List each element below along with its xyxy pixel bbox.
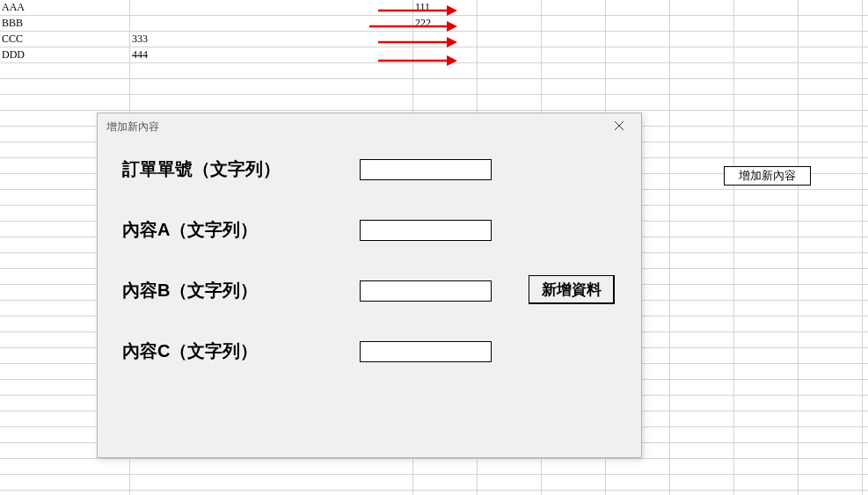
cell[interactable] [799, 127, 863, 142]
cell[interactable] [799, 411, 863, 426]
cell[interactable] [670, 396, 734, 411]
cell-c4[interactable] [413, 47, 478, 62]
cell[interactable] [606, 475, 670, 490]
cell[interactable] [734, 269, 799, 284]
cell[interactable] [734, 332, 799, 347]
cell[interactable] [799, 364, 863, 379]
cell-c1[interactable]: 111 [413, 0, 478, 15]
cell-b3[interactable]: 333 [130, 32, 413, 47]
cell[interactable] [606, 95, 670, 110]
cell[interactable] [799, 475, 863, 490]
cell[interactable] [734, 348, 799, 363]
cell[interactable] [799, 380, 863, 395]
cell[interactable] [670, 475, 734, 490]
cell[interactable] [734, 491, 799, 495]
cell[interactable] [799, 285, 863, 300]
cell[interactable] [799, 348, 863, 363]
cell[interactable] [0, 475, 130, 490]
cell[interactable] [542, 0, 606, 15]
cell[interactable] [734, 253, 799, 268]
cell[interactable] [799, 79, 863, 94]
cell[interactable] [670, 16, 734, 31]
cell[interactable] [0, 459, 130, 474]
cell[interactable] [670, 79, 734, 94]
cell[interactable] [542, 32, 606, 47]
cell[interactable] [799, 142, 863, 157]
cell[interactable] [542, 47, 606, 62]
cell[interactable] [799, 206, 863, 221]
cell[interactable] [670, 253, 734, 268]
cell[interactable] [799, 269, 863, 284]
cell[interactable] [670, 427, 734, 442]
cell[interactable] [670, 269, 734, 284]
cell[interactable] [130, 63, 413, 78]
cell[interactable] [799, 427, 863, 442]
cell[interactable] [670, 491, 734, 495]
cell[interactable] [130, 475, 413, 490]
cell[interactable] [799, 317, 863, 331]
cell[interactable] [0, 79, 130, 94]
cell[interactable] [478, 0, 542, 15]
cell[interactable] [734, 396, 799, 411]
submit-button[interactable]: 新增資料 [529, 275, 615, 304]
cell[interactable] [670, 459, 734, 474]
cell[interactable] [670, 317, 734, 331]
cell[interactable] [0, 491, 130, 495]
cell[interactable] [130, 95, 413, 110]
cell[interactable] [734, 95, 799, 110]
cell[interactable] [734, 443, 799, 458]
cell[interactable] [478, 491, 542, 495]
cell[interactable] [799, 0, 863, 15]
cell-c3[interactable] [413, 32, 478, 47]
cell[interactable] [413, 491, 478, 495]
cell[interactable] [606, 79, 670, 94]
cell[interactable] [478, 79, 542, 94]
cell[interactable] [413, 459, 478, 474]
cell[interactable] [799, 237, 863, 252]
cell[interactable] [670, 63, 734, 78]
cell[interactable] [670, 237, 734, 252]
cell[interactable] [413, 79, 478, 94]
cell[interactable] [734, 427, 799, 442]
cell[interactable] [799, 95, 863, 110]
content-a-input[interactable] [360, 220, 492, 241]
cell[interactable] [542, 491, 606, 495]
cell[interactable] [0, 95, 130, 110]
cell[interactable] [799, 111, 863, 126]
cell[interactable] [413, 63, 478, 78]
cell[interactable] [734, 142, 799, 157]
cell[interactable] [606, 32, 670, 47]
cell-c2[interactable]: 222 [413, 16, 478, 31]
cell[interactable] [670, 190, 734, 205]
cell[interactable] [799, 396, 863, 411]
cell[interactable] [670, 285, 734, 300]
cell[interactable] [670, 411, 734, 426]
cell-b4[interactable]: 444 [130, 47, 413, 62]
cell[interactable] [670, 142, 734, 157]
cell[interactable] [130, 491, 413, 495]
cell[interactable] [799, 459, 863, 474]
cell[interactable] [670, 348, 734, 363]
cell[interactable] [670, 111, 734, 126]
cell[interactable] [670, 364, 734, 379]
cell[interactable] [542, 95, 606, 110]
cell[interactable] [542, 16, 606, 31]
add-content-sheet-button[interactable]: 增加新內容 [724, 166, 811, 186]
cell-a2[interactable]: BBB [0, 16, 130, 31]
cell[interactable] [670, 47, 734, 62]
cell[interactable] [542, 79, 606, 94]
cell[interactable] [670, 443, 734, 458]
cell[interactable] [734, 380, 799, 395]
cell[interactable] [413, 95, 478, 110]
cell[interactable] [670, 301, 734, 316]
cell[interactable] [478, 459, 542, 474]
cell[interactable] [606, 63, 670, 78]
cell[interactable] [734, 411, 799, 426]
cell[interactable] [542, 459, 606, 474]
cell[interactable] [130, 79, 413, 94]
cell[interactable] [734, 459, 799, 474]
cell[interactable] [670, 32, 734, 47]
cell[interactable] [0, 63, 130, 78]
cell[interactable] [734, 285, 799, 300]
cell[interactable] [799, 332, 863, 347]
